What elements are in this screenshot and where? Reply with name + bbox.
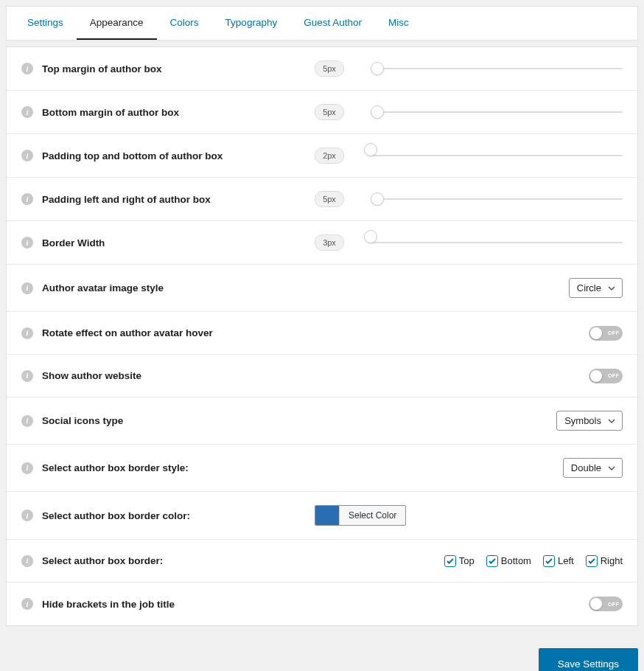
checkbox-label: Right bbox=[601, 555, 623, 566]
chevron-down-icon bbox=[607, 284, 616, 293]
toggle-show-website[interactable]: OFF bbox=[589, 369, 623, 383]
slider-bottom-margin[interactable] bbox=[371, 105, 623, 119]
toggle-rotate-hover[interactable]: OFF bbox=[589, 326, 623, 341]
info-icon[interactable]: i bbox=[21, 370, 33, 382]
slider-track bbox=[371, 111, 623, 113]
select-border-style[interactable]: Double bbox=[563, 458, 623, 478]
checkbox-item-top[interactable]: Top bbox=[444, 555, 475, 567]
select-social-icons[interactable]: Symbols bbox=[556, 411, 623, 431]
checkbox-item-bottom[interactable]: Bottom bbox=[486, 555, 531, 567]
setting-label: Top margin of author box bbox=[42, 63, 315, 74]
toggle-knob bbox=[590, 370, 602, 382]
setting-padding-tb: i Padding top and bottom of author box 2… bbox=[7, 134, 637, 178]
select-avatar-style[interactable]: Circle bbox=[569, 278, 623, 298]
checkbox-label: Top bbox=[459, 555, 475, 566]
save-settings-button[interactable]: Save Settings bbox=[539, 648, 638, 671]
toggle-text: OFF bbox=[608, 373, 619, 378]
setting-border-sides: i Select author box border: Top Bottom bbox=[7, 540, 637, 583]
info-icon[interactable]: i bbox=[21, 63, 33, 74]
chevron-down-icon bbox=[607, 464, 616, 473]
setting-rotate-hover: i Rotate effect on author avatar hover O… bbox=[7, 312, 637, 355]
setting-padding-lr: i Padding left and right of author box 5… bbox=[7, 178, 637, 221]
tab-misc[interactable]: Misc bbox=[375, 7, 422, 40]
slider-thumb[interactable] bbox=[371, 192, 384, 206]
setting-border-color: i Select author box border color: Select… bbox=[7, 492, 637, 540]
setting-show-website: i Show author website OFF bbox=[7, 355, 637, 397]
info-icon[interactable]: i bbox=[21, 282, 33, 294]
tab-guest-author[interactable]: Guest Author bbox=[290, 7, 375, 40]
info-icon[interactable]: i bbox=[21, 415, 33, 427]
info-icon[interactable]: i bbox=[21, 193, 33, 205]
info-icon[interactable]: i bbox=[21, 555, 33, 567]
tabs-bar: Settings Appearance Colors Typography Gu… bbox=[6, 6, 638, 41]
select-color-button[interactable]: Select Color bbox=[339, 506, 405, 525]
value-badge: 3px bbox=[315, 234, 344, 251]
setting-label: Social icons type bbox=[42, 415, 315, 426]
setting-avatar-style: i Author avatar image style Circle bbox=[7, 265, 637, 312]
setting-border-style: i Select author box border style: Double bbox=[7, 445, 637, 492]
checkbox-item-right[interactable]: Right bbox=[586, 555, 623, 567]
slider-border-width[interactable] bbox=[371, 235, 623, 250]
slider-top-margin[interactable] bbox=[371, 61, 623, 76]
setting-hide-brackets: i Hide brackets in the job title OFF bbox=[7, 583, 637, 625]
select-value: Double bbox=[571, 462, 601, 473]
slider-track bbox=[371, 198, 623, 200]
setting-control: Top Bottom Left bbox=[315, 555, 623, 567]
setting-control: Select Color bbox=[315, 505, 623, 526]
slider-thumb[interactable] bbox=[371, 105, 384, 119]
setting-label: Select author box border style: bbox=[42, 462, 315, 473]
toggle-text: OFF bbox=[608, 330, 619, 336]
slider-thumb[interactable] bbox=[371, 62, 384, 75]
color-swatch[interactable] bbox=[315, 506, 339, 525]
setting-control: OFF bbox=[315, 597, 623, 611]
toggle-knob bbox=[590, 598, 602, 610]
slider-track bbox=[371, 242, 623, 243]
checkbox-item-left[interactable]: Left bbox=[543, 555, 574, 567]
setting-border-width: i Border Width 3px bbox=[7, 221, 637, 265]
setting-control: Symbols bbox=[315, 411, 623, 431]
info-icon[interactable]: i bbox=[21, 150, 33, 161]
setting-control: 3px bbox=[315, 234, 623, 251]
checkbox-label: Bottom bbox=[501, 555, 531, 566]
setting-control: 5px bbox=[315, 60, 623, 77]
toggle-knob bbox=[590, 327, 602, 339]
tab-colors[interactable]: Colors bbox=[157, 7, 212, 40]
info-icon[interactable]: i bbox=[21, 598, 33, 610]
setting-control: 5px bbox=[315, 191, 623, 207]
info-icon[interactable]: i bbox=[21, 462, 33, 474]
slider-padding-lr[interactable] bbox=[371, 192, 623, 206]
checkbox-left[interactable] bbox=[543, 555, 555, 567]
checkbox-top[interactable] bbox=[444, 555, 456, 567]
setting-label: Bottom margin of author box bbox=[42, 107, 315, 118]
color-picker: Select Color bbox=[315, 505, 406, 526]
select-value: Circle bbox=[577, 282, 601, 293]
checkbox-right[interactable] bbox=[586, 555, 598, 567]
setting-label: Select author box border: bbox=[42, 555, 315, 566]
checkbox-bottom[interactable] bbox=[486, 555, 498, 567]
slider-thumb[interactable] bbox=[364, 143, 377, 156]
info-icon[interactable]: i bbox=[21, 327, 33, 339]
setting-control: Double bbox=[315, 458, 623, 478]
toggle-hide-brackets[interactable]: OFF bbox=[589, 597, 623, 611]
tab-settings[interactable]: Settings bbox=[14, 7, 77, 40]
checkbox-label: Left bbox=[558, 555, 574, 566]
slider-padding-tb[interactable] bbox=[371, 148, 623, 163]
slider-thumb[interactable] bbox=[364, 230, 377, 243]
setting-control: OFF bbox=[315, 326, 623, 341]
tab-typography[interactable]: Typography bbox=[212, 7, 291, 40]
info-icon[interactable]: i bbox=[21, 237, 33, 248]
toggle-text: OFF bbox=[608, 602, 619, 607]
tab-appearance[interactable]: Appearance bbox=[77, 7, 157, 40]
slider-track bbox=[371, 155, 623, 156]
value-badge: 5px bbox=[315, 60, 344, 77]
setting-control: 2px bbox=[315, 147, 623, 164]
info-icon[interactable]: i bbox=[21, 106, 33, 118]
setting-social-icons: i Social icons type Symbols bbox=[7, 397, 637, 445]
setting-label: Padding left and right of author box bbox=[42, 194, 315, 205]
setting-control: OFF bbox=[315, 369, 623, 383]
select-value: Symbols bbox=[564, 415, 601, 426]
slider-track bbox=[371, 68, 623, 69]
setting-control: Circle bbox=[315, 278, 623, 298]
value-badge: 2px bbox=[315, 147, 344, 164]
info-icon[interactable]: i bbox=[21, 510, 33, 521]
